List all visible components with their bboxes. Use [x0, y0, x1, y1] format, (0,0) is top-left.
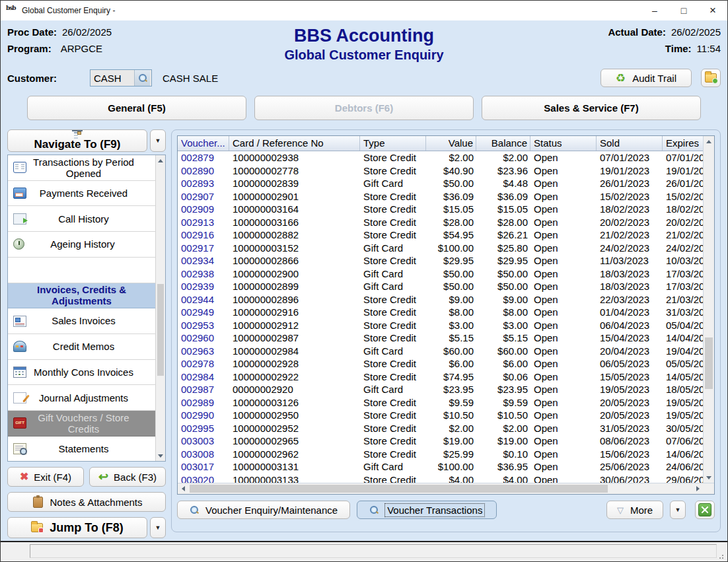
table-row[interactable]: 003008100000002962Store Credit$25.99$0.1… [178, 448, 703, 461]
cell-voucher[interactable]: 002984 [178, 370, 229, 384]
col-card-reference[interactable]: Card / Reference No [229, 136, 360, 151]
cell-voucher[interactable]: 002987 [178, 383, 229, 396]
cell-voucher[interactable]: 002990 [178, 409, 229, 422]
sidebar-item-gift-vouchers-store-credits[interactable]: Gift Vouchers / Store Credits [8, 411, 155, 437]
table-row[interactable]: 002960100000002987Store Credit$5.15$5.15… [178, 332, 703, 345]
col-balance[interactable]: Balance [476, 136, 530, 151]
scroll-down-icon[interactable] [156, 450, 165, 461]
table-row[interactable]: 002909100000003164Store Credit$15.05$15.… [178, 203, 703, 216]
cell-voucher[interactable]: 002944 [178, 293, 229, 306]
tab-general[interactable]: General (F5) [27, 96, 246, 120]
export-excel-button[interactable] [695, 501, 715, 519]
minimize-icon[interactable]: – [640, 1, 669, 20]
scroll-up-icon[interactable] [704, 136, 714, 147]
cell-voucher[interactable]: 002995 [178, 422, 229, 435]
table-row[interactable]: 002890100000002778Store Credit$40.90$23.… [178, 164, 703, 178]
table-hscroll-thumb[interactable] [190, 485, 608, 493]
sidebar-item-journal-adjustments[interactable]: Journal Adjustments [8, 385, 155, 411]
sidebar-item-sales-invoices[interactable]: Sales Invoices [8, 308, 155, 334]
cell-voucher[interactable]: 003020 [178, 474, 229, 483]
cell-voucher[interactable]: 002916 [178, 228, 229, 242]
cell-voucher[interactable]: 002913 [178, 216, 229, 229]
scroll-down-icon[interactable] [704, 472, 714, 483]
table-row[interactable]: 002953100000002912Store Credit$3.00$3.00… [178, 319, 703, 332]
sidebar-item-call-history[interactable]: Call History [8, 206, 155, 232]
col-type[interactable]: Type [360, 136, 426, 151]
table-vscroll-thumb[interactable] [705, 337, 713, 390]
cell-voucher[interactable]: 002893 [178, 177, 229, 190]
table-row[interactable]: 003003100000002965Store Credit$19.00$19.… [178, 435, 703, 448]
cell-voucher[interactable]: 002989 [178, 396, 229, 409]
cell-voucher[interactable]: 002938 [178, 267, 229, 281]
table-row[interactable]: 002879100000002938Store Credit$2.00$2.00… [178, 151, 703, 164]
sidebar-scrollbar[interactable] [155, 155, 165, 461]
scroll-up-icon[interactable] [156, 155, 165, 166]
cell-voucher[interactable]: 003017 [178, 460, 229, 474]
table-row[interactable]: 002989100000003126Store Credit$9.59$9.59… [178, 396, 703, 409]
cell-voucher[interactable]: 002890 [178, 164, 229, 178]
table-row[interactable]: 003017100000003131Gift Card$100.00$36.95… [178, 460, 703, 474]
audit-trail-button[interactable]: ♻ Audit Trail [601, 69, 692, 87]
cell-voucher[interactable]: 002917 [178, 242, 229, 255]
col-value[interactable]: Value [426, 136, 476, 151]
col-status[interactable]: Status [530, 136, 597, 151]
table-row[interactable]: 002990100000002950Store Credit$10.50$10.… [178, 409, 703, 422]
jump-dropdown-button[interactable]: ▼ [150, 517, 166, 538]
more-button[interactable]: ▽ More [606, 501, 663, 519]
cell-voucher[interactable]: 002907 [178, 190, 229, 203]
exit-button[interactable]: ✖ Exit (F4) [7, 467, 84, 487]
cell-voucher[interactable]: 002978 [178, 357, 229, 370]
sidebar-item-payments-received[interactable]: Payments Received [8, 181, 155, 207]
scroll-left-icon[interactable] [178, 486, 188, 491]
cell-voucher[interactable]: 002934 [178, 254, 229, 267]
customer-input[interactable] [91, 73, 134, 84]
cell-voucher[interactable]: 002949 [178, 306, 229, 319]
sidebar-item-ageing-history[interactable]: Ageing History [8, 232, 155, 258]
more-dropdown-button[interactable]: ▼ [670, 501, 686, 519]
table-row[interactable]: 00298700000002920Gift Card$23.95$23.95Op… [178, 383, 703, 396]
back-button[interactable]: ↩ Back (F3) [89, 467, 166, 487]
table-row[interactable]: 002916100000002882Store Credit$54.95$26.… [178, 228, 703, 242]
col-sold[interactable]: Sold [597, 136, 663, 151]
cell-voucher[interactable]: 002879 [178, 151, 229, 164]
close-icon[interactable]: × [698, 1, 727, 20]
table-row[interactable]: 002934100000002866Store Credit$29.95$29.… [178, 254, 703, 267]
table-row[interactable]: 002917100000003152Gift Card$100.00$25.80… [178, 242, 703, 255]
col-voucher[interactable]: Voucher... [178, 136, 229, 151]
resize-grip-icon[interactable] [719, 553, 725, 559]
voucher-enquiry-button[interactable]: Voucher Enquiry/Maintenance [177, 501, 350, 519]
sidebar-item-statements[interactable]: Statements [8, 437, 155, 462]
cell-voucher[interactable]: 002939 [178, 280, 229, 293]
navigate-to-button[interactable]: Navigate To (F9) [7, 129, 147, 152]
cell-voucher[interactable]: 003008 [178, 448, 229, 461]
scroll-right-icon[interactable] [692, 486, 703, 491]
table-row[interactable]: 002893100000002839Gift Card$50.00$4.48Op… [178, 177, 703, 190]
navigate-dropdown-button[interactable]: ▼ [150, 129, 166, 152]
table-row[interactable]: 002995100000002952Store Credit$2.00$2.00… [178, 422, 703, 435]
sidebar-item-credit-memos[interactable]: Credit Memos [8, 334, 155, 360]
table-row[interactable]: 002944100000002896Store Credit$9.00$9.00… [178, 293, 703, 306]
table-vertical-scrollbar[interactable] [703, 136, 714, 483]
cell-voucher[interactable]: 002960 [178, 332, 229, 345]
maximize-icon[interactable]: □ [669, 1, 698, 20]
table-row[interactable]: 002938100000002900Gift Card$50.00$50.00O… [178, 267, 703, 281]
notes-attachments-button[interactable]: Notes & Attachments [7, 492, 166, 512]
table-row[interactable]: 002913100000003166Store Credit$28.00$28.… [178, 216, 703, 229]
table-row[interactable]: 002907100000002901Store Credit$36.09$36.… [178, 190, 703, 203]
sidebar-scroll-thumb[interactable] [157, 284, 164, 376]
cell-voucher[interactable]: 002909 [178, 203, 229, 216]
table-row[interactable]: 002984100000002922Store Credit$74.95$0.0… [178, 370, 703, 384]
tab-sales-service[interactable]: Sales & Service (F7) [482, 96, 701, 120]
table-row[interactable]: 002963100000002984Gift Card$60.00$60.00O… [178, 345, 703, 358]
table-row[interactable]: 002939100000002899Gift Card$50.00$50.00O… [178, 280, 703, 293]
cell-voucher[interactable]: 003003 [178, 435, 229, 448]
attachments-folder-button[interactable] [701, 69, 721, 87]
table-horizontal-scrollbar[interactable] [178, 483, 714, 494]
jump-to-button[interactable]: Jump To (F8) [7, 517, 147, 538]
table-row[interactable]: 002949100000002916Store Credit$8.00$8.00… [178, 306, 703, 319]
sidebar-item-transactions-by-period-opened[interactable]: Transactions by Period Opened [8, 155, 155, 181]
table-row[interactable]: 002978100000002928Store Credit$6.00$6.00… [178, 357, 703, 370]
voucher-transactions-button[interactable]: Voucher Transactions [357, 501, 497, 519]
cell-voucher[interactable]: 002963 [178, 345, 229, 358]
col-expires[interactable]: Expires [663, 136, 703, 151]
